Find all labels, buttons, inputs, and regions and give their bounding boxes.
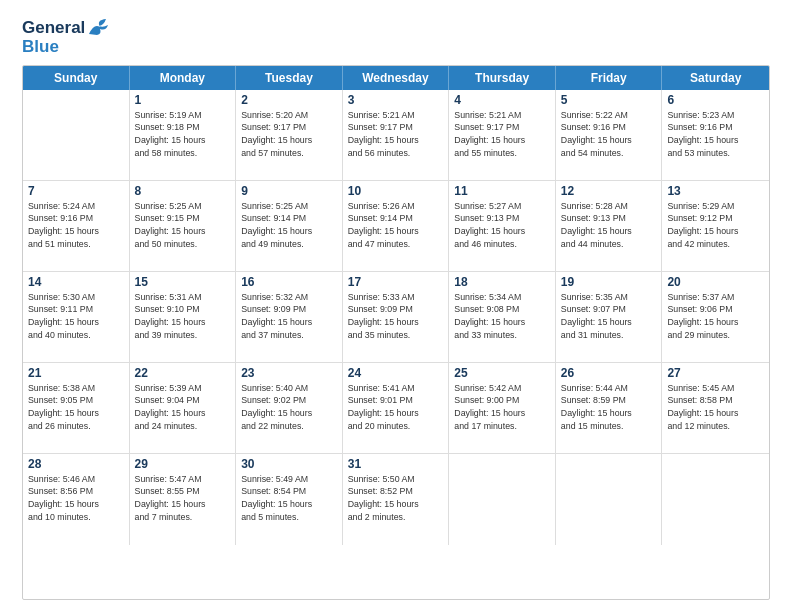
calendar-cell-empty: [23, 90, 130, 180]
calendar-cell-1: 1Sunrise: 5:19 AMSunset: 9:18 PMDaylight…: [130, 90, 237, 180]
calendar-cell-13: 13Sunrise: 5:29 AMSunset: 9:12 PMDayligh…: [662, 181, 769, 271]
cell-info: Sunrise: 5:21 AMSunset: 9:17 PMDaylight:…: [348, 109, 444, 160]
header-day-tuesday: Tuesday: [236, 66, 343, 90]
calendar-cell-12: 12Sunrise: 5:28 AMSunset: 9:13 PMDayligh…: [556, 181, 663, 271]
calendar-row-0: 1Sunrise: 5:19 AMSunset: 9:18 PMDaylight…: [23, 90, 769, 181]
cell-info: Sunrise: 5:25 AMSunset: 9:14 PMDaylight:…: [241, 200, 337, 251]
day-number: 8: [135, 184, 231, 198]
day-number: 25: [454, 366, 550, 380]
calendar-cell-empty: [556, 454, 663, 545]
calendar-cell-3: 3Sunrise: 5:21 AMSunset: 9:17 PMDaylight…: [343, 90, 450, 180]
header: GeneralBlue: [22, 18, 770, 57]
day-number: 22: [135, 366, 231, 380]
calendar-row-2: 14Sunrise: 5:30 AMSunset: 9:11 PMDayligh…: [23, 272, 769, 363]
cell-info: Sunrise: 5:41 AMSunset: 9:01 PMDaylight:…: [348, 382, 444, 433]
header-day-sunday: Sunday: [23, 66, 130, 90]
logo-general-span: General: [22, 19, 85, 38]
day-number: 1: [135, 93, 231, 107]
calendar-cell-24: 24Sunrise: 5:41 AMSunset: 9:01 PMDayligh…: [343, 363, 450, 453]
cell-info: Sunrise: 5:21 AMSunset: 9:17 PMDaylight:…: [454, 109, 550, 160]
cell-info: Sunrise: 5:19 AMSunset: 9:18 PMDaylight:…: [135, 109, 231, 160]
cell-info: Sunrise: 5:40 AMSunset: 9:02 PMDaylight:…: [241, 382, 337, 433]
day-number: 13: [667, 184, 764, 198]
day-number: 30: [241, 457, 337, 471]
day-number: 27: [667, 366, 764, 380]
calendar-cell-14: 14Sunrise: 5:30 AMSunset: 9:11 PMDayligh…: [23, 272, 130, 362]
cell-info: Sunrise: 5:26 AMSunset: 9:14 PMDaylight:…: [348, 200, 444, 251]
calendar-row-1: 7Sunrise: 5:24 AMSunset: 9:16 PMDaylight…: [23, 181, 769, 272]
day-number: 6: [667, 93, 764, 107]
calendar-cell-23: 23Sunrise: 5:40 AMSunset: 9:02 PMDayligh…: [236, 363, 343, 453]
cell-info: Sunrise: 5:37 AMSunset: 9:06 PMDaylight:…: [667, 291, 764, 342]
calendar-cell-15: 15Sunrise: 5:31 AMSunset: 9:10 PMDayligh…: [130, 272, 237, 362]
day-number: 14: [28, 275, 124, 289]
day-number: 23: [241, 366, 337, 380]
calendar-cell-28: 28Sunrise: 5:46 AMSunset: 8:56 PMDayligh…: [23, 454, 130, 545]
logo-row1: General: [22, 18, 111, 38]
day-number: 7: [28, 184, 124, 198]
day-number: 28: [28, 457, 124, 471]
calendar-cell-4: 4Sunrise: 5:21 AMSunset: 9:17 PMDaylight…: [449, 90, 556, 180]
calendar-cell-31: 31Sunrise: 5:50 AMSunset: 8:52 PMDayligh…: [343, 454, 450, 545]
calendar-header: SundayMondayTuesdayWednesdayThursdayFrid…: [23, 66, 769, 90]
calendar-cell-5: 5Sunrise: 5:22 AMSunset: 9:16 PMDaylight…: [556, 90, 663, 180]
cell-info: Sunrise: 5:24 AMSunset: 9:16 PMDaylight:…: [28, 200, 124, 251]
calendar-cell-9: 9Sunrise: 5:25 AMSunset: 9:14 PMDaylight…: [236, 181, 343, 271]
calendar-cell-26: 26Sunrise: 5:44 AMSunset: 8:59 PMDayligh…: [556, 363, 663, 453]
calendar-cell-11: 11Sunrise: 5:27 AMSunset: 9:13 PMDayligh…: [449, 181, 556, 271]
calendar-cell-6: 6Sunrise: 5:23 AMSunset: 9:16 PMDaylight…: [662, 90, 769, 180]
cell-info: Sunrise: 5:22 AMSunset: 9:16 PMDaylight:…: [561, 109, 657, 160]
header-day-saturday: Saturday: [662, 66, 769, 90]
calendar-cell-17: 17Sunrise: 5:33 AMSunset: 9:09 PMDayligh…: [343, 272, 450, 362]
cell-info: Sunrise: 5:25 AMSunset: 9:15 PMDaylight:…: [135, 200, 231, 251]
calendar-cell-30: 30Sunrise: 5:49 AMSunset: 8:54 PMDayligh…: [236, 454, 343, 545]
cell-info: Sunrise: 5:44 AMSunset: 8:59 PMDaylight:…: [561, 382, 657, 433]
day-number: 26: [561, 366, 657, 380]
cell-info: Sunrise: 5:46 AMSunset: 8:56 PMDaylight:…: [28, 473, 124, 524]
cell-info: Sunrise: 5:47 AMSunset: 8:55 PMDaylight:…: [135, 473, 231, 524]
day-number: 20: [667, 275, 764, 289]
logo-row2: Blue: [22, 38, 111, 57]
cell-info: Sunrise: 5:31 AMSunset: 9:10 PMDaylight:…: [135, 291, 231, 342]
day-number: 16: [241, 275, 337, 289]
logo-blue-span: Blue: [22, 37, 59, 56]
day-number: 9: [241, 184, 337, 198]
day-number: 4: [454, 93, 550, 107]
calendar-cell-29: 29Sunrise: 5:47 AMSunset: 8:55 PMDayligh…: [130, 454, 237, 545]
cell-info: Sunrise: 5:29 AMSunset: 9:12 PMDaylight:…: [667, 200, 764, 251]
calendar-cell-7: 7Sunrise: 5:24 AMSunset: 9:16 PMDaylight…: [23, 181, 130, 271]
calendar-cell-27: 27Sunrise: 5:45 AMSunset: 8:58 PMDayligh…: [662, 363, 769, 453]
cell-info: Sunrise: 5:20 AMSunset: 9:17 PMDaylight:…: [241, 109, 337, 160]
day-number: 10: [348, 184, 444, 198]
cell-info: Sunrise: 5:38 AMSunset: 9:05 PMDaylight:…: [28, 382, 124, 433]
calendar-cell-20: 20Sunrise: 5:37 AMSunset: 9:06 PMDayligh…: [662, 272, 769, 362]
calendar-row-3: 21Sunrise: 5:38 AMSunset: 9:05 PMDayligh…: [23, 363, 769, 454]
day-number: 29: [135, 457, 231, 471]
cell-info: Sunrise: 5:34 AMSunset: 9:08 PMDaylight:…: [454, 291, 550, 342]
calendar-cell-25: 25Sunrise: 5:42 AMSunset: 9:00 PMDayligh…: [449, 363, 556, 453]
day-number: 12: [561, 184, 657, 198]
cell-info: Sunrise: 5:45 AMSunset: 8:58 PMDaylight:…: [667, 382, 764, 433]
day-number: 19: [561, 275, 657, 289]
cell-info: Sunrise: 5:27 AMSunset: 9:13 PMDaylight:…: [454, 200, 550, 251]
cell-info: Sunrise: 5:32 AMSunset: 9:09 PMDaylight:…: [241, 291, 337, 342]
calendar-cell-22: 22Sunrise: 5:39 AMSunset: 9:04 PMDayligh…: [130, 363, 237, 453]
cell-info: Sunrise: 5:42 AMSunset: 9:00 PMDaylight:…: [454, 382, 550, 433]
cell-info: Sunrise: 5:49 AMSunset: 8:54 PMDaylight:…: [241, 473, 337, 524]
calendar-cell-10: 10Sunrise: 5:26 AMSunset: 9:14 PMDayligh…: [343, 181, 450, 271]
cell-info: Sunrise: 5:30 AMSunset: 9:11 PMDaylight:…: [28, 291, 124, 342]
calendar: SundayMondayTuesdayWednesdayThursdayFrid…: [22, 65, 770, 600]
day-number: 17: [348, 275, 444, 289]
calendar-cell-19: 19Sunrise: 5:35 AMSunset: 9:07 PMDayligh…: [556, 272, 663, 362]
cell-info: Sunrise: 5:28 AMSunset: 9:13 PMDaylight:…: [561, 200, 657, 251]
calendar-cell-empty: [662, 454, 769, 545]
page: GeneralBlue SundayMondayTuesdayWednesday…: [0, 0, 792, 612]
day-number: 18: [454, 275, 550, 289]
calendar-cell-2: 2Sunrise: 5:20 AMSunset: 9:17 PMDaylight…: [236, 90, 343, 180]
day-number: 5: [561, 93, 657, 107]
calendar-body: 1Sunrise: 5:19 AMSunset: 9:18 PMDaylight…: [23, 90, 769, 545]
calendar-cell-21: 21Sunrise: 5:38 AMSunset: 9:05 PMDayligh…: [23, 363, 130, 453]
calendar-cell-empty: [449, 454, 556, 545]
header-day-friday: Friday: [556, 66, 663, 90]
logo: GeneralBlue: [22, 18, 111, 57]
